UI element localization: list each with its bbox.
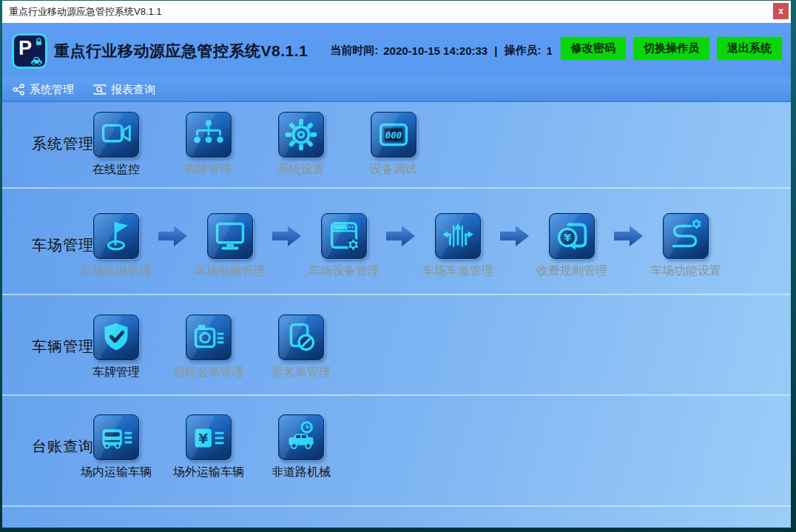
launcher-item-label: 车场区域管理 [81, 263, 152, 279]
menu-bar: 系统管理 报表查询 [2, 78, 791, 102]
operator-label: 操作员: [504, 44, 541, 58]
org-chart-icon [186, 112, 232, 158]
section-4: 台账查询 场内运输车辆 ¥ 场外运输车辆 非道路机械 [2, 396, 791, 507]
time-value: 2020-10-15 14:20:33 [383, 44, 488, 57]
section-2: 车场管理 车场区域管理 车场电脑管理 车场设备管理 车场车道管理 ¥收费规则管理 [2, 189, 791, 295]
device-gear-icon [321, 213, 367, 259]
car-icon [30, 55, 44, 65]
launcher-item-monitor[interactable]: 车场电脑管理 [207, 213, 253, 279]
video-camera-icon [93, 112, 139, 158]
close-button[interactable]: x [773, 3, 789, 19]
launcher-item-device-gear[interactable]: 车场设备管理 [321, 213, 367, 279]
flow-arrow-icon [500, 222, 530, 250]
launcher-item-label: 相机名单管理 [173, 365, 244, 380]
flow-arrow-icon [386, 222, 416, 250]
ban-list-icon [278, 314, 324, 360]
section-1: 系统管理 在线监控 权限管理 系统设置 000设备调试 [2, 102, 791, 189]
launcher-item-label: 权限管理 [185, 162, 232, 178]
page-title: 重点行业移动源应急管控系统V8.1.1 [54, 41, 308, 61]
yen-transfer-icon: ¥ [549, 213, 595, 259]
launcher-item-route-gear[interactable]: 车场功能设置 [663, 213, 709, 279]
window-title: 重点行业移动源应急管控系统V8.1.1 [9, 5, 162, 18]
flow-arrow-icon [158, 222, 188, 250]
flow-arrow-icon [500, 222, 530, 250]
launcher-item-label: 车场设备管理 [308, 263, 380, 279]
route-gear-icon [663, 213, 709, 259]
launcher-item-label: 车场功能设置 [650, 263, 721, 279]
launcher-item-yen-list[interactable]: ¥ 场外运输车辆 [186, 414, 232, 480]
launcher-item-label: 车牌管理 [92, 365, 140, 380]
time-label: 当前时间: [330, 44, 378, 58]
lanes-icon [435, 213, 481, 259]
menu-item-system-management[interactable]: 系统管理 [13, 83, 74, 97]
lock-icon [35, 38, 43, 46]
launcher-item-shield-check[interactable]: 车牌管理 [93, 314, 139, 380]
flow-arrow-icon [614, 222, 644, 250]
flow-arrow-icon [272, 222, 302, 250]
counter-icon: 000 [371, 112, 416, 158]
close-icon: x [778, 7, 783, 16]
svg-text:000: 000 [385, 129, 402, 141]
flag-pin-icon [93, 213, 139, 259]
launcher-item-gear[interactable]: 系统设置 [278, 112, 324, 178]
launcher-item-org-chart[interactable]: 权限管理 [186, 112, 232, 178]
switch-operator-button[interactable]: 切换操作员 [633, 37, 709, 60]
section-title: 车场管理 [2, 235, 93, 255]
section-3: 车辆管理 车牌管理 相机名单管理 黑名单管理 [2, 295, 791, 396]
launcher-item-car-list[interactable]: 场内运输车辆 [93, 414, 139, 480]
launcher-item-lanes[interactable]: 车场车道管理 [435, 213, 481, 279]
flow-arrow-icon [272, 222, 302, 250]
launcher-item-label: 收费规则管理 [536, 263, 607, 279]
launcher-item-ban-list[interactable]: 黑名单管理 [278, 314, 324, 380]
report-search-icon [93, 84, 107, 95]
app-window: 重点行业移动源应急管控系统V8.1.1 x P 重点行业移动源应急管控系统V8.… [2, 1, 791, 528]
section-title: 车辆管理 [2, 337, 93, 357]
launcher-item-label: 黑名单管理 [271, 365, 331, 380]
section-title: 台账查询 [2, 437, 93, 457]
launcher-item-label: 车场车道管理 [422, 263, 493, 279]
launcher-item-yen-transfer[interactable]: ¥收费规则管理 [549, 213, 595, 279]
menu-item-report-query[interactable]: 报表查询 [93, 83, 155, 97]
flow-arrow-icon [158, 222, 188, 250]
launcher-item-flag-pin[interactable]: 车场区域管理 [93, 213, 139, 279]
launcher-item-label: 在线监控 [92, 162, 140, 178]
change-password-button[interactable]: 修改密码 [561, 37, 626, 60]
menu-item-label: 系统管理 [30, 83, 74, 97]
gear-icon [278, 112, 324, 158]
launcher-item-label: 场外运输车辆 [173, 465, 244, 480]
main-content: 系统管理 在线监控 权限管理 系统设置 000设备调试车场管理 车场区域管理 车… [2, 102, 791, 528]
monitor-icon [207, 213, 253, 259]
launcher-item-video-camera[interactable]: 在线监控 [93, 112, 139, 178]
launcher-item-counter[interactable]: 000设备调试 [371, 112, 416, 178]
car-clock-icon [278, 414, 324, 460]
section-title: 系统管理 [2, 134, 93, 154]
shield-check-icon [93, 314, 139, 360]
share-nodes-icon [13, 84, 25, 95]
camera-list-icon [186, 314, 232, 360]
launcher-item-label: 系统设置 [277, 162, 325, 178]
launcher-item-car-clock[interactable]: 非道路机械 [278, 414, 324, 480]
app-header: P 重点行业移动源应急管控系统V8.1.1 当前时间: 2020-10-15 1… [2, 23, 791, 78]
launcher-item-label: 车场电脑管理 [195, 263, 266, 279]
menu-item-label: 报表查询 [111, 83, 155, 97]
footer-space [2, 507, 791, 528]
title-bar: 重点行业移动源应急管控系统V8.1.1 x [2, 1, 791, 23]
separator: | [494, 44, 497, 57]
app-logo: P [12, 33, 47, 69]
yen-list-icon: ¥ [186, 414, 232, 460]
launcher-item-label: 非道路机械 [271, 465, 331, 480]
launcher-item-label: 设备调试 [370, 162, 417, 178]
current-time: 当前时间: 2020-10-15 14:20:33 | 操作员: 1 [330, 44, 553, 58]
svg-text:¥: ¥ [564, 232, 571, 243]
flow-arrow-icon [386, 222, 416, 250]
launcher-item-camera-list[interactable]: 相机名单管理 [186, 314, 232, 380]
svg-text:¥: ¥ [198, 431, 208, 446]
operator-value: 1 [546, 44, 552, 57]
header-buttons: 修改密码 切换操作员 退出系统 [561, 37, 782, 60]
flow-arrow-icon [614, 222, 644, 250]
car-list-icon [93, 414, 139, 460]
launcher-item-label: 场内运输车辆 [81, 465, 152, 480]
exit-system-button[interactable]: 退出系统 [717, 37, 782, 60]
